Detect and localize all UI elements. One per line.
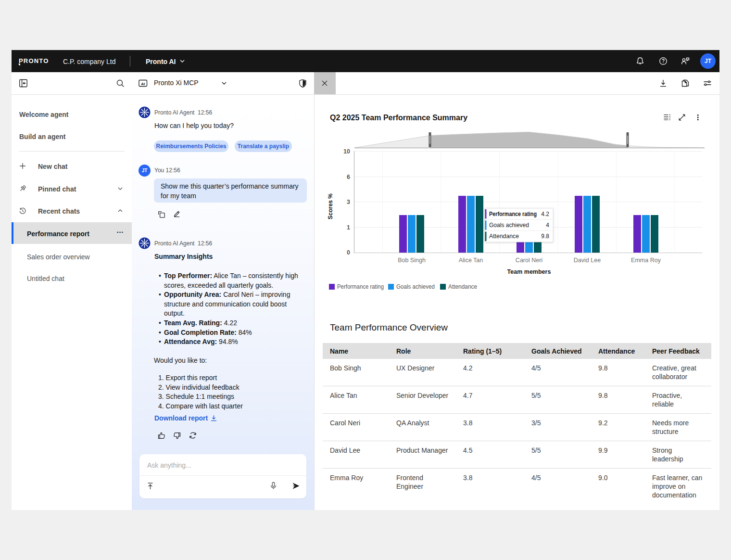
svg-text:Alice Tan: Alice Tan [459,257,483,264]
svg-text:4.2: 4.2 [541,211,549,217]
svg-text:9.8: 9.8 [541,233,549,240]
svg-text:Performance rating: Performance rating [489,211,537,217]
svg-text:Team members: Team members [507,268,551,275]
svg-text:Attendance: Attendance [489,233,519,240]
svg-text:Emma Roy: Emma Roy [631,257,661,264]
svg-text:0: 0 [347,249,350,256]
svg-text:Performance rating: Performance rating [337,283,384,290]
svg-text:10: 10 [343,148,350,155]
svg-text:Goals achieved: Goals achieved [489,222,529,229]
svg-text:AI: AI [141,82,145,86]
svg-text:4: 4 [546,222,549,229]
svg-text:Attendance: Attendance [448,283,477,290]
svg-text:1: 1 [347,224,350,231]
svg-text:Goals achieved: Goals achieved [396,283,435,290]
svg-text:6: 6 [347,174,350,180]
svg-text:3: 3 [347,199,350,205]
svg-text:Bob Singh: Bob Singh [398,257,426,264]
svg-text:Carol Neri: Carol Neri [516,257,542,264]
svg-text:Scores %: Scores % [327,193,334,219]
svg-text:David Lee: David Lee [574,257,601,264]
